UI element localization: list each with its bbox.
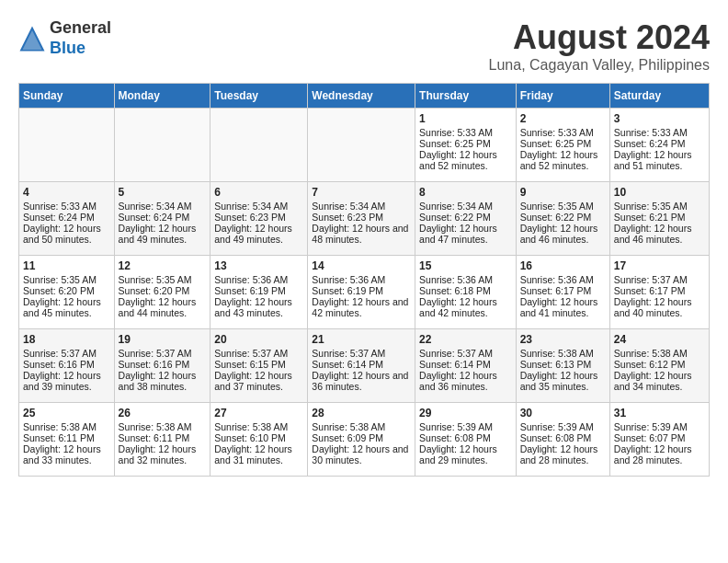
day-cell: 4Sunrise: 5:33 AMSunset: 6:24 PMDaylight… (19, 182, 115, 256)
day-number: 1 (419, 112, 512, 125)
week-row-5: 25Sunrise: 5:38 AMSunset: 6:11 PMDayligh… (19, 403, 710, 477)
sunrise-text: Sunrise: 5:34 AM (312, 201, 385, 212)
day-cell: 11Sunrise: 5:35 AMSunset: 6:20 PMDayligh… (19, 256, 115, 329)
daylight-text: Daylight: 12 hours and 48 minutes. (312, 223, 408, 245)
sunset-text: Sunset: 6:12 PM (614, 359, 686, 370)
title-block: August 2024 Luna, Cagayan Valley, Philip… (489, 18, 710, 74)
sunrise-text: Sunrise: 5:34 AM (419, 201, 493, 212)
day-cell: 20Sunrise: 5:37 AMSunset: 6:15 PMDayligh… (210, 329, 308, 403)
sunset-text: Sunset: 6:25 PM (419, 138, 491, 149)
sunrise-text: Sunrise: 5:39 AM (614, 421, 688, 432)
day-cell: 6Sunrise: 5:34 AMSunset: 6:23 PMDaylight… (210, 182, 308, 256)
main-title: August 2024 (489, 18, 710, 57)
daylight-text: Daylight: 12 hours and 46 minutes. (614, 223, 692, 245)
day-cell: 31Sunrise: 5:39 AMSunset: 6:07 PMDayligh… (609, 403, 709, 477)
sunset-text: Sunset: 6:16 PM (23, 359, 95, 370)
sunset-text: Sunset: 6:22 PM (520, 212, 592, 223)
day-cell: 3Sunrise: 5:33 AMSunset: 6:24 PMDaylight… (609, 109, 709, 182)
daylight-text: Daylight: 12 hours and 41 minutes. (520, 296, 598, 318)
sunset-text: Sunset: 6:18 PM (419, 285, 491, 296)
sunrise-text: Sunrise: 5:38 AM (614, 348, 688, 359)
daylight-text: Daylight: 12 hours and 29 minutes. (419, 443, 497, 465)
sunset-text: Sunset: 6:11 PM (23, 432, 95, 443)
sunrise-text: Sunrise: 5:33 AM (419, 127, 493, 138)
day-cell: 8Sunrise: 5:34 AMSunset: 6:22 PMDaylight… (415, 182, 517, 256)
day-cell: 29Sunrise: 5:39 AMSunset: 6:08 PMDayligh… (415, 403, 517, 477)
day-number: 18 (23, 333, 110, 346)
day-number: 4 (23, 186, 110, 199)
sunset-text: Sunset: 6:13 PM (520, 359, 592, 370)
column-header-tuesday: Tuesday (210, 84, 308, 109)
day-cell: 28Sunrise: 5:38 AMSunset: 6:09 PMDayligh… (308, 403, 415, 477)
day-cell: 12Sunrise: 5:35 AMSunset: 6:20 PMDayligh… (114, 256, 210, 329)
day-cell: 23Sunrise: 5:38 AMSunset: 6:13 PMDayligh… (516, 329, 609, 403)
sunrise-text: Sunrise: 5:34 AM (214, 201, 288, 212)
sunrise-text: Sunrise: 5:37 AM (312, 348, 385, 359)
daylight-text: Daylight: 12 hours and 32 minutes. (119, 443, 197, 465)
sunrise-text: Sunrise: 5:38 AM (119, 421, 192, 432)
day-number: 20 (214, 333, 303, 346)
day-cell: 18Sunrise: 5:37 AMSunset: 6:16 PMDayligh… (19, 329, 115, 403)
day-cell (210, 109, 308, 182)
day-number: 16 (520, 259, 606, 272)
day-cell: 10Sunrise: 5:35 AMSunset: 6:21 PMDayligh… (609, 182, 709, 256)
daylight-text: Daylight: 12 hours and 46 minutes. (520, 223, 598, 245)
sunset-text: Sunset: 6:17 PM (520, 285, 592, 296)
sunset-text: Sunset: 6:23 PM (312, 212, 383, 223)
daylight-text: Daylight: 12 hours and 28 minutes. (520, 443, 598, 465)
logo-general: General (50, 18, 111, 37)
sunset-text: Sunset: 6:19 PM (312, 285, 383, 296)
sunset-text: Sunset: 6:19 PM (214, 285, 286, 296)
day-number: 10 (614, 186, 705, 199)
daylight-text: Daylight: 12 hours and 45 minutes. (23, 296, 101, 318)
week-row-4: 18Sunrise: 5:37 AMSunset: 6:16 PMDayligh… (19, 329, 710, 403)
sunrise-text: Sunrise: 5:35 AM (614, 201, 688, 212)
sunset-text: Sunset: 6:22 PM (419, 212, 491, 223)
sunset-text: Sunset: 6:24 PM (614, 138, 686, 149)
daylight-text: Daylight: 12 hours and 49 minutes. (214, 223, 292, 245)
day-number: 5 (119, 186, 207, 199)
daylight-text: Daylight: 12 hours and 40 minutes. (614, 296, 692, 318)
day-number: 27 (214, 407, 303, 419)
day-number: 24 (614, 333, 705, 346)
sunset-text: Sunset: 6:11 PM (119, 432, 190, 443)
sunset-text: Sunset: 6:23 PM (214, 212, 286, 223)
column-header-friday: Friday (516, 84, 609, 109)
daylight-text: Daylight: 12 hours and 44 minutes. (119, 296, 197, 318)
day-cell: 27Sunrise: 5:38 AMSunset: 6:10 PMDayligh… (210, 403, 308, 477)
logo-text: General Blue (50, 18, 111, 58)
sunset-text: Sunset: 6:14 PM (419, 359, 491, 370)
logo: General Blue (18, 18, 111, 58)
day-number: 2 (520, 112, 606, 125)
week-row-1: 1Sunrise: 5:33 AMSunset: 6:25 PMDaylight… (19, 109, 710, 182)
sunrise-text: Sunrise: 5:37 AM (23, 348, 97, 359)
sunrise-text: Sunrise: 5:37 AM (214, 348, 288, 359)
day-cell: 19Sunrise: 5:37 AMSunset: 6:16 PMDayligh… (114, 329, 210, 403)
daylight-text: Daylight: 12 hours and 37 minutes. (214, 370, 292, 392)
day-number: 13 (214, 259, 303, 272)
day-cell: 21Sunrise: 5:37 AMSunset: 6:14 PMDayligh… (308, 329, 415, 403)
week-row-3: 11Sunrise: 5:35 AMSunset: 6:20 PMDayligh… (19, 256, 710, 329)
daylight-text: Daylight: 12 hours and 47 minutes. (419, 223, 497, 245)
daylight-text: Daylight: 12 hours and 36 minutes. (419, 370, 497, 392)
day-number: 17 (614, 259, 705, 272)
sunset-text: Sunset: 6:07 PM (614, 432, 686, 443)
week-row-2: 4Sunrise: 5:33 AMSunset: 6:24 PMDaylight… (19, 182, 710, 256)
sunset-text: Sunset: 6:08 PM (419, 432, 491, 443)
sunrise-text: Sunrise: 5:33 AM (23, 201, 97, 212)
day-cell: 1Sunrise: 5:33 AMSunset: 6:25 PMDaylight… (415, 109, 517, 182)
daylight-text: Daylight: 12 hours and 36 minutes. (312, 370, 408, 392)
sunset-text: Sunset: 6:09 PM (312, 432, 383, 443)
day-number: 9 (520, 186, 606, 199)
subtitle: Luna, Cagayan Valley, Philippines (489, 57, 710, 74)
calendar-table: SundayMondayTuesdayWednesdayThursdayFrid… (18, 83, 710, 477)
sunset-text: Sunset: 6:25 PM (520, 138, 592, 149)
daylight-text: Daylight: 12 hours and 42 minutes. (312, 296, 408, 318)
logo-blue: Blue (50, 39, 85, 57)
sunrise-text: Sunrise: 5:38 AM (23, 421, 97, 432)
sunrise-text: Sunrise: 5:38 AM (214, 421, 288, 432)
daylight-text: Daylight: 12 hours and 35 minutes. (520, 370, 598, 392)
daylight-text: Daylight: 12 hours and 43 minutes. (214, 296, 292, 318)
sunrise-text: Sunrise: 5:33 AM (520, 127, 594, 138)
daylight-text: Daylight: 12 hours and 33 minutes. (23, 443, 101, 465)
